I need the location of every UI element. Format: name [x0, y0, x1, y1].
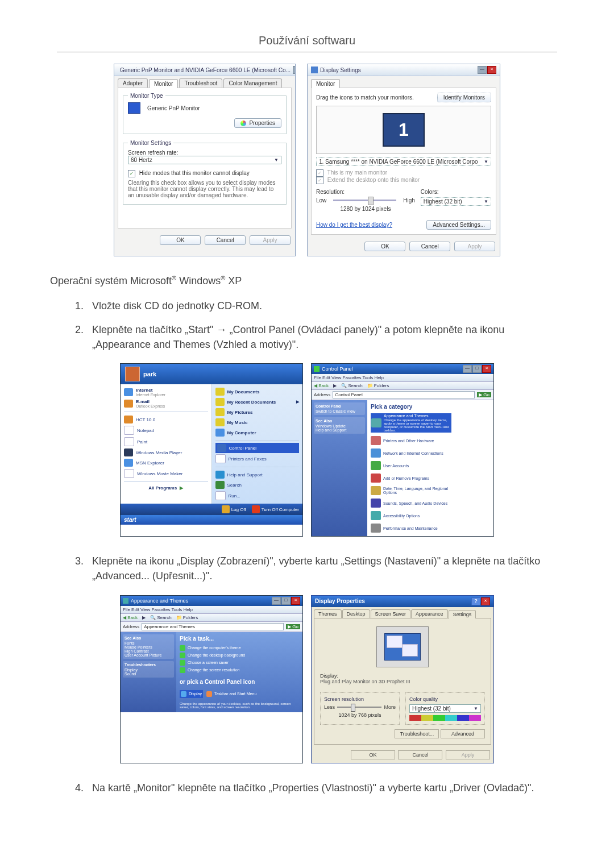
cp-icon-taskbar[interactable]: Taskbar and Start Menu: [206, 690, 256, 698]
dp-tab-themes[interactable]: Themes: [314, 609, 342, 618]
cat-performance[interactable]: Performance and Maintenance: [371, 524, 450, 533]
ok-button[interactable]: OK: [160, 235, 201, 245]
tab-monitor[interactable]: Monitor: [311, 79, 340, 88]
sm-control-panel[interactable]: Control Panel: [215, 443, 300, 453]
close-button[interactable]: ×: [291, 597, 300, 605]
ts-display[interactable]: Display: [125, 668, 172, 672]
cat-users[interactable]: User Accounts: [371, 461, 450, 470]
forward-icon[interactable]: ▶: [333, 383, 337, 388]
back-icon[interactable]: ◀ Back: [314, 383, 329, 388]
cancel-button[interactable]: Cancel: [398, 750, 442, 759]
cat-printers[interactable]: Printers and Other Hardware: [371, 436, 450, 445]
search-toolbar-icon[interactable]: 🔍 Search: [341, 383, 363, 388]
sm-item-wmp[interactable]: Windows Media Player: [124, 447, 208, 458]
task-background[interactable]: Change the desktop background: [180, 653, 299, 658]
cat-network[interactable]: Network and Internet Connections: [371, 448, 450, 458]
sa-contrast[interactable]: High Contrast: [125, 649, 172, 653]
apply-button[interactable]: Apply: [250, 235, 291, 245]
ok-button[interactable]: OK: [364, 242, 405, 251]
go-button[interactable]: ▶ Go: [286, 624, 300, 629]
cat-datetime[interactable]: Date, Time, Language, and Regional Optio…: [371, 486, 450, 495]
nav-toolbar[interactable]: ◀ Back ▶ 🔍 Search 📁 Folders: [312, 382, 493, 390]
tab-troubleshoot[interactable]: Troubleshoot: [179, 78, 222, 88]
cat-add-remove[interactable]: Add or Remove Programs: [371, 474, 450, 483]
minimize-button[interactable]: —: [478, 66, 487, 74]
monitor-select[interactable]: 1. Samsung **** on NVIDIA GeForce 6600 L…: [316, 157, 491, 166]
cp-icon-display[interactable]: Display: [180, 690, 203, 698]
sm-printers[interactable]: Printers and Faxes: [215, 453, 300, 464]
refresh-rate-select[interactable]: 60 Hertz ▼: [128, 156, 281, 164]
maximize-button[interactable]: □: [281, 597, 291, 605]
ts-sound[interactable]: Sound: [125, 672, 172, 676]
dp-tab-settings[interactable]: Settings: [449, 610, 476, 618]
apply-button[interactable]: Apply: [446, 750, 490, 759]
identify-monitors-button[interactable]: Identify Monitors: [437, 93, 491, 102]
folders-toolbar-icon[interactable]: 📁 Folders: [367, 383, 389, 388]
sm-my-computer[interactable]: My Computer: [215, 427, 300, 438]
help-button[interactable]: ?: [471, 597, 480, 605]
minimize-button[interactable]: —: [293, 66, 295, 74]
sm-item-msn[interactable]: MSN Explorer: [124, 458, 208, 468]
sm-item-internet[interactable]: InternetInternet Explorer: [124, 387, 208, 398]
sm-item-email[interactable]: E-mailOutlook Express: [124, 398, 208, 409]
menu-bar[interactable]: File Edit View Favorites Tools Help: [121, 606, 302, 614]
color-quality-select[interactable]: Highest (32 bit) ▼: [409, 704, 481, 713]
monitor-preview[interactable]: 1: [383, 113, 425, 147]
sm-my-documents[interactable]: My Documents: [215, 387, 300, 397]
see-also-help[interactable]: Help and Support: [316, 428, 363, 432]
sm-help[interactable]: Help and Support: [215, 470, 300, 480]
sm-item-wmm[interactable]: Windows Movie Maker: [124, 468, 208, 479]
resolution-slider[interactable]: Less More: [324, 704, 396, 710]
task-resolution[interactable]: Change the screen resolution: [180, 667, 299, 673]
folders-toolbar-icon[interactable]: 📁 Folders: [176, 615, 198, 620]
sm-item-paint[interactable]: Paint: [124, 436, 208, 447]
tab-color-management[interactable]: Color Management: [223, 78, 282, 88]
apply-button[interactable]: Apply: [454, 242, 495, 251]
ok-button[interactable]: OK: [351, 750, 395, 759]
minimize-button[interactable]: —: [463, 365, 472, 373]
troubleshoot-button[interactable]: Troubleshoot...: [395, 729, 439, 738]
address-field[interactable]: Control Panel: [333, 391, 475, 398]
sm-my-pictures[interactable]: My Pictures: [215, 407, 300, 417]
minimize-button[interactable]: —: [272, 597, 281, 605]
sa-mouse[interactable]: Mouse Pointers: [125, 645, 172, 649]
task-screensaver[interactable]: Choose a screen saver: [180, 660, 299, 666]
see-also-update[interactable]: Windows Update: [316, 424, 363, 428]
tab-monitor[interactable]: Monitor: [149, 79, 178, 88]
go-button[interactable]: ▶ Go: [477, 392, 491, 397]
logoff-button[interactable]: Log Off: [222, 505, 246, 513]
tab-adapter[interactable]: Adapter: [118, 78, 148, 88]
advanced-button[interactable]: Advanced: [441, 729, 485, 738]
shutdown-button[interactable]: Turn Off Computer: [252, 505, 299, 513]
cat-sounds[interactable]: Sounds, Speech, and Audio Devices: [371, 499, 450, 508]
advanced-settings-button[interactable]: Advanced Settings...: [426, 220, 491, 230]
search-toolbar-icon[interactable]: 🔍 Search: [150, 615, 172, 620]
cancel-button[interactable]: Cancel: [205, 235, 246, 245]
address-field[interactable]: Appearance and Themes: [142, 623, 284, 630]
taskbar-start[interactable]: start: [121, 515, 302, 525]
sm-run[interactable]: Run...: [215, 490, 300, 501]
sa-user-pic[interactable]: User Account Picture: [125, 653, 172, 657]
colors-select[interactable]: Highest (32 bit) ▼: [421, 197, 491, 206]
task-theme[interactable]: Change the computer's theme: [180, 645, 299, 651]
close-button[interactable]: ×: [482, 365, 491, 373]
nav-toolbar[interactable]: ◀ Back ▶ 🔍 Search 📁 Folders: [121, 614, 302, 622]
sm-search[interactable]: Search: [215, 480, 300, 490]
dp-tab-desktop[interactable]: Desktop: [342, 609, 370, 618]
close-button[interactable]: ×: [487, 66, 496, 74]
all-programs[interactable]: All Programs ▶: [124, 484, 208, 492]
sm-item-hct[interactable]: HCT 10.0: [124, 414, 208, 425]
back-icon[interactable]: ◀ Back: [123, 615, 138, 620]
dp-tab-appearance[interactable]: Appearance: [411, 609, 448, 618]
best-display-link[interactable]: How do I get the best display?: [316, 222, 392, 228]
close-button[interactable]: ×: [481, 597, 490, 605]
dp-tab-screensaver[interactable]: Screen Saver: [371, 609, 411, 618]
sa-fonts[interactable]: Fonts: [125, 641, 172, 645]
cat-appearance[interactable]: Appearance and Themes Change the appeara…: [371, 413, 451, 433]
sm-item-notepad[interactable]: Notepad: [124, 425, 208, 436]
cat-accessibility[interactable]: Accessibility Options: [371, 511, 450, 520]
forward-icon[interactable]: ▶: [142, 615, 146, 620]
resolution-slider[interactable]: [333, 200, 396, 201]
cancel-button[interactable]: Cancel: [409, 242, 450, 251]
side-switch-view[interactable]: Switch to Classic View: [316, 409, 363, 413]
